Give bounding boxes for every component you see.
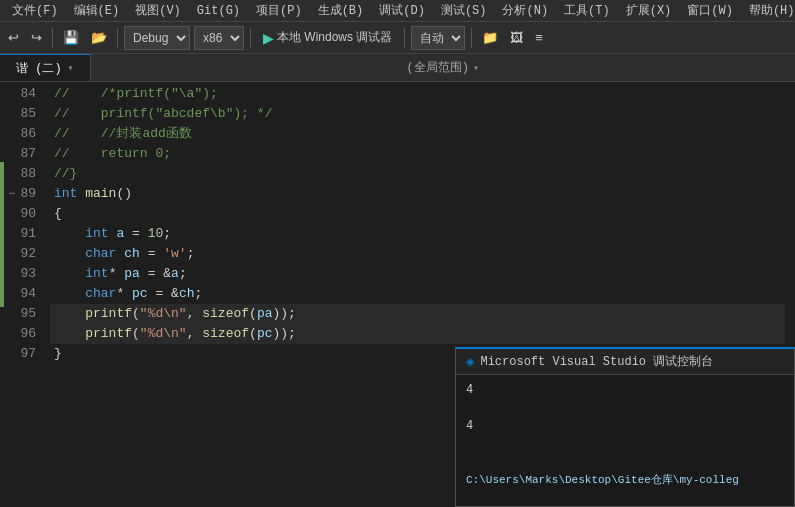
code-semi4: ; — [194, 284, 202, 304]
var-pc2: pc — [257, 324, 273, 344]
menu-build[interactable]: 生成(B) — [310, 0, 372, 21]
code-brace: { — [54, 204, 62, 224]
line-num-91: 91 — [4, 224, 44, 244]
code-lparen1: ( — [132, 304, 140, 324]
code-text: // //封装add函数 — [54, 124, 192, 144]
code-lparen2: ( — [132, 324, 140, 344]
menu-window[interactable]: 窗口(W) — [679, 0, 741, 21]
toolbar-redo[interactable]: ↪ — [27, 28, 46, 47]
var-ch2: ch — [179, 284, 195, 304]
menu-project[interactable]: 项目(P) — [248, 0, 310, 21]
var-a2: a — [171, 264, 179, 284]
code-semi1: ; — [163, 224, 171, 244]
arch-select[interactable]: x86 — [194, 26, 244, 50]
code-line-89: int main () — [50, 184, 785, 204]
num-10: 10 — [148, 224, 164, 244]
line-num-93: 93 — [4, 264, 44, 284]
code-line-88: //} — [50, 164, 785, 184]
debug-mode-select[interactable]: Debug — [124, 26, 190, 50]
toolbar-separator-1 — [52, 28, 53, 48]
debug-console-titlebar: ◈ Microsoft Visual Studio 调试控制台 — [456, 349, 794, 375]
keyword-int2: int — [85, 264, 108, 284]
code-text: // return 0; — [54, 144, 171, 164]
debug-console: ◈ Microsoft Visual Studio 调试控制台 4 4 C:\U… — [455, 347, 795, 507]
code-line-92: char ch = 'w' ; — [50, 244, 785, 264]
scope-tab[interactable]: (全局范围) ▾ — [91, 54, 795, 81]
code-space3 — [116, 244, 124, 264]
toolbar-undo[interactable]: ↩ — [4, 28, 23, 47]
func-printf1: printf — [85, 304, 132, 324]
code-line-96: printf ( "%d\n" , sizeof ( pc )); — [50, 324, 785, 344]
line-num-94: 94 — [4, 284, 44, 304]
func-sizeof1: sizeof — [202, 304, 249, 324]
code-indent — [54, 284, 85, 304]
debug-console-body: 4 4 C:\Users\Marks\Desktop\Gitee仓库\my-co… — [456, 375, 794, 506]
code-text: //} — [54, 164, 77, 184]
line-numbers: 84 85 86 87 88 89 90 91 92 93 94 95 96 9… — [4, 82, 50, 507]
code-eq4: = & — [148, 284, 179, 304]
line-num-87: 87 — [4, 144, 44, 164]
toolbar-separator-5 — [471, 28, 472, 48]
code-space2 — [109, 224, 117, 244]
menu-tools[interactable]: 工具(T) — [556, 0, 618, 21]
menu-file[interactable]: 文件(F) — [4, 0, 66, 21]
code-semi3: ; — [179, 264, 187, 284]
toolbar-separator-3 — [250, 28, 251, 48]
menu-git[interactable]: Git(G) — [189, 0, 248, 21]
var-pa2: pa — [257, 304, 273, 324]
scope-label: (全局范围) — [407, 59, 469, 76]
menu-edit[interactable]: 编辑(E) — [66, 0, 128, 21]
debug-output-4-2: 4 — [466, 417, 784, 435]
var-pa: pa — [124, 264, 140, 284]
code-indent — [54, 224, 85, 244]
code-comma2: , — [187, 324, 203, 344]
toolbar-folder[interactable]: 📁 — [478, 28, 502, 47]
menu-bar: 文件(F) 编辑(E) 视图(V) Git(G) 项目(P) 生成(B) 调试(… — [0, 0, 795, 22]
code-line-86: // //封装add函数 — [50, 124, 785, 144]
menu-view[interactable]: 视图(V) — [127, 0, 189, 21]
code-line-84: // /*printf("\a"); — [50, 84, 785, 104]
code-eq2: = — [140, 244, 163, 264]
menu-debug[interactable]: 调试(D) — [371, 0, 433, 21]
code-text: // printf("abcdef\b"); */ — [54, 104, 272, 124]
keyword-char2: char — [85, 284, 116, 304]
toolbar-separator-4 — [404, 28, 405, 48]
toolbar-separator-2 — [117, 28, 118, 48]
var-a: a — [116, 224, 124, 244]
toolbar-more[interactable]: ≡ — [531, 28, 547, 47]
toolbar-image[interactable]: 🖼 — [506, 28, 527, 47]
editor-area: 84 85 86 87 88 89 90 91 92 93 94 95 96 9… — [0, 82, 795, 507]
code-parens: () — [116, 184, 132, 204]
keyword-char: char — [85, 244, 116, 264]
tab-file-label: 谐 (二) — [16, 60, 62, 77]
code-line-95: printf ( "%d\n" , sizeof ( pa )); — [50, 304, 785, 324]
scope-dropdown-icon[interactable]: ▾ — [473, 62, 479, 74]
line-num-92: 92 — [4, 244, 44, 264]
toolbar-save[interactable]: 💾 — [59, 28, 83, 47]
code-line-87: // return 0; — [50, 144, 785, 164]
code-rparen2: )); — [273, 324, 296, 344]
code-eq3: = & — [140, 264, 171, 284]
menu-analyze[interactable]: 分析(N) — [494, 0, 556, 21]
menu-help[interactable]: 帮助(H) — [741, 0, 795, 21]
var-ch: ch — [124, 244, 140, 264]
func-main: main — [85, 184, 116, 204]
line-num-86: 86 — [4, 124, 44, 144]
tab-file[interactable]: 谐 (二) ▾ — [0, 54, 91, 81]
code-indent — [54, 264, 85, 284]
code-eq: = — [124, 224, 147, 244]
toolbar-open[interactable]: 📂 — [87, 28, 111, 47]
tab-bar: 谐 (二) ▾ (全局范围) ▾ — [0, 54, 795, 82]
code-semi2: ; — [187, 244, 195, 264]
line-num-90: 90 — [4, 204, 44, 224]
play-icon: ▶ — [263, 30, 274, 46]
play-button[interactable]: ▶ 本地 Windows 调试器 — [257, 27, 398, 48]
auto-select[interactable]: 自动 — [411, 26, 465, 50]
str-fmt2: "%d\n" — [140, 324, 187, 344]
menu-extensions[interactable]: 扩展(X) — [618, 0, 680, 21]
line-num-85: 85 — [4, 104, 44, 124]
menu-test[interactable]: 测试(S) — [433, 0, 495, 21]
tab-dropdown-icon[interactable]: ▾ — [68, 62, 74, 74]
play-label: 本地 Windows 调试器 — [277, 29, 392, 46]
char-w: 'w' — [163, 244, 186, 264]
